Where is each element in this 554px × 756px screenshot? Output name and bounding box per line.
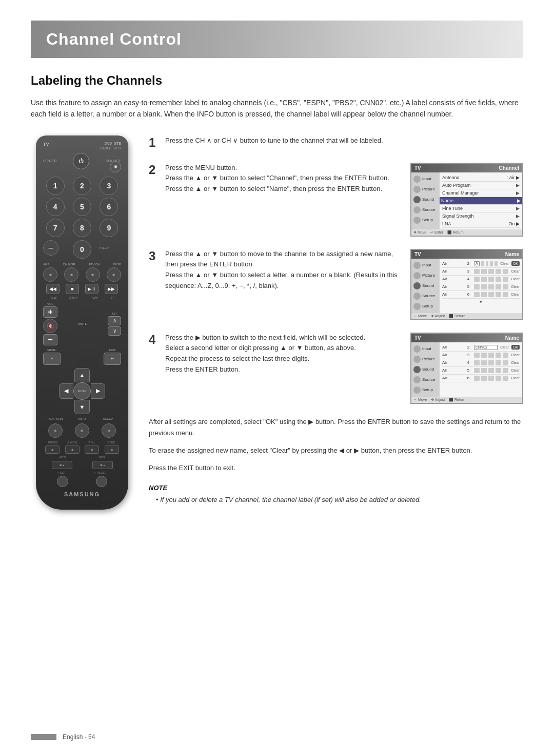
antenna-button[interactable]: ◉ <box>43 267 57 282</box>
input-label-3: Input <box>422 346 431 351</box>
ch-mgr-button[interactable]: ◉ <box>64 267 78 282</box>
power-button[interactable]: ⏻ <box>73 153 89 169</box>
antenna-label: ANT <box>43 263 49 266</box>
tv-label: TV <box>414 165 421 171</box>
num-4-button[interactable]: 4 <box>46 198 65 216</box>
play-pause-button[interactable]: ▶⏸ <box>85 284 98 294</box>
step-1-number: 1 <box>149 135 159 150</box>
name-field-5 <box>474 292 480 297</box>
clear-4: Clear <box>511 285 520 288</box>
num-2-button[interactable]: 2 <box>73 177 91 195</box>
ch-down-button[interactable]: ∨ <box>108 326 121 336</box>
psize-button[interactable]: ◉ <box>105 445 119 454</box>
name2-field-2c <box>488 353 494 358</box>
enter-button[interactable]: ENTER <box>73 382 91 400</box>
name-field-4d <box>496 284 501 289</box>
setup-label-2: Setup <box>422 304 433 308</box>
smode-button[interactable]: ◉ <box>65 445 80 454</box>
sleep-button[interactable]: ◉ <box>102 423 116 438</box>
vol-up-button[interactable]: + <box>43 306 57 318</box>
caption-button[interactable]: ◉ <box>48 423 63 438</box>
note-text: • If you add or delete a TV channel, the… <box>149 495 523 506</box>
rew-button[interactable]: ◀◀ <box>46 284 60 294</box>
source-button[interactable]: ◉ <box>110 161 121 172</box>
num-8-button[interactable]: 8 <box>73 219 91 237</box>
vol-down-button[interactable]: − <box>43 334 57 345</box>
input-label-2: Input <box>422 263 431 267</box>
ch-num-2: 3 <box>464 269 472 274</box>
dpad-down[interactable]: ▼ <box>74 400 90 414</box>
ch2-num-4: 5 <box>464 368 472 373</box>
exit-button[interactable]: ↩ <box>104 353 121 365</box>
name-field-3c <box>488 277 494 282</box>
name-field-5e <box>503 292 508 297</box>
mode-buttons: ◉ ◉ ◉ ◉ <box>43 445 121 454</box>
step-2-number: 2 <box>149 163 159 237</box>
mts-button[interactable]: ⦿ ● <box>52 461 72 469</box>
step-3: 3 Press the ▲ or ▼ button to move to the… <box>149 249 523 320</box>
name-field-4b <box>481 284 487 289</box>
name-field-3e <box>503 277 508 282</box>
tv-screen-name1-header: TV Name <box>411 250 522 259</box>
source-label-3: Source <box>422 377 435 382</box>
name-field-1a: A <box>474 261 480 266</box>
tv-screen-name2-header: TV Name <box>411 334 522 342</box>
num-5-button[interactable]: 5 <box>73 198 91 216</box>
stop-button[interactable]: ■ <box>66 284 79 294</box>
reset-button[interactable] <box>96 476 107 487</box>
dpad-left[interactable]: ◀ <box>59 383 73 399</box>
tv-sidebar-name1: Input Picture Sound <box>411 259 440 313</box>
name-field-1c <box>486 261 489 266</box>
num-0-button[interactable]: 0 <box>73 240 91 259</box>
after-text-1: After all settings are completed, select… <box>149 416 523 439</box>
dpad-right[interactable]: ▶ <box>91 383 105 399</box>
name-field-3b <box>481 277 487 282</box>
menu-button[interactable]: ≡ <box>43 353 61 365</box>
footer-return-3: ⬛ Return <box>449 398 465 402</box>
step-2-line-1: Press the MENU button. <box>165 163 402 173</box>
name-field-1d <box>490 261 493 266</box>
sound-icon-2 <box>413 282 421 289</box>
wise-link-button[interactable]: ◉ <box>107 267 121 282</box>
after-steps: After all settings are completed, select… <box>149 416 523 506</box>
num-9-button[interactable]: 9 <box>100 219 118 237</box>
name-field-2d <box>496 269 501 274</box>
name-field-2b <box>481 269 487 274</box>
ch-num-3: 4 <box>464 277 472 281</box>
sidebar-input: Input <box>411 174 440 184</box>
dash-button[interactable]: – <box>43 240 58 256</box>
pmode-label: P.MODE <box>43 441 63 444</box>
dpad-up[interactable]: ▲ <box>74 368 90 382</box>
mute-button[interactable]: 🔇 <box>43 319 57 333</box>
note-title: NOTE <box>149 484 523 492</box>
set-label: ○ SET <box>57 471 66 474</box>
num-6-button[interactable]: 6 <box>100 198 118 216</box>
num-1-button[interactable]: 1 <box>46 177 65 195</box>
fav-ch-label: FAV.CH <box>89 263 100 266</box>
source-icon <box>413 206 421 214</box>
footer-move: ❖ Move <box>413 230 426 235</box>
num-3-button[interactable]: 3 <box>100 177 118 195</box>
tv-label-3: TV <box>414 335 421 341</box>
tv-screen-channel-header: TV Channel <box>411 164 522 172</box>
name-field-5b <box>481 292 487 297</box>
num-7-button[interactable]: 7 <box>46 219 65 237</box>
tv-screen-channel: TV Channel Input <box>410 163 523 237</box>
source-icon-3 <box>413 376 421 383</box>
tv-screen-name1-body: Input Picture Sound <box>411 259 522 313</box>
ch-up-button[interactable]: ∧ <box>108 316 121 325</box>
ok-1: OK <box>511 261 520 266</box>
clear2-1: Clear <box>500 345 509 349</box>
info-button[interactable]: ◉ <box>75 423 89 438</box>
mts-label: MTS <box>60 456 66 459</box>
set-button[interactable] <box>57 476 68 487</box>
still-button[interactable]: ◉ <box>85 445 99 454</box>
fav-ch-button[interactable]: ◉ <box>86 267 100 282</box>
pmode-button[interactable]: ◉ <box>45 445 60 454</box>
input-icon-2 <box>413 262 421 269</box>
lna-value: : On ▶ <box>506 221 520 226</box>
ff-button[interactable]: ▶▶ <box>105 284 118 294</box>
caption-label: CAPTION <box>43 417 69 420</box>
sidebar-source: Source <box>411 205 440 215</box>
srs-button[interactable]: ⦿ ● <box>92 461 113 469</box>
